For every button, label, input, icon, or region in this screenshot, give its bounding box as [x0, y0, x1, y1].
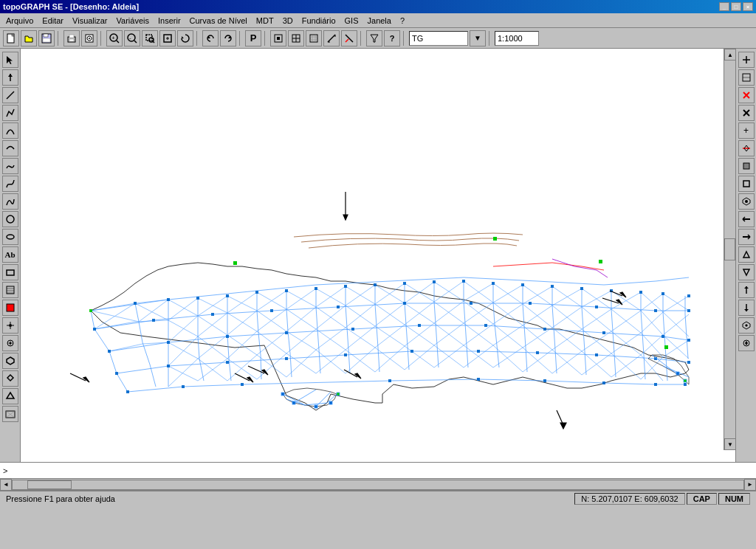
scroll-left-button[interactable]: ◄: [0, 479, 12, 491]
scroll-down-button[interactable]: ▼: [724, 438, 735, 450]
zoom-out-button[interactable]: -: [124, 30, 140, 46]
new-button[interactable]: [3, 30, 19, 46]
polyline-tool[interactable]: [2, 105, 18, 121]
svg-rect-364: [462, 280, 465, 283]
menu-variaveis[interactable]: Variáveis: [112, 15, 154, 27]
rt-tool-4[interactable]: [738, 105, 755, 121]
command-line: >: [0, 462, 756, 478]
text-tool[interactable]: Ab: [2, 246, 18, 263]
block-tool[interactable]: [2, 370, 18, 387]
rt-tool-3[interactable]: [738, 87, 755, 103]
measure-button[interactable]: [323, 30, 340, 46]
redraw-button[interactable]: [177, 30, 193, 46]
status-right: N: 5.207,0107 E: 609,6032 CAP NUM: [568, 493, 756, 505]
menu-visualizar[interactable]: Visualizar: [68, 15, 112, 27]
dimension-tool[interactable]: [2, 388, 18, 404]
snap-grid-button[interactable]: [306, 30, 322, 46]
trim-button[interactable]: [341, 30, 357, 46]
svg-rect-421: [292, 401, 295, 404]
rt-tool-1[interactable]: [738, 52, 755, 68]
zoom-window-button[interactable]: [142, 30, 158, 46]
svg-line-45: [7, 92, 14, 99]
rt-tool-8[interactable]: [738, 176, 755, 192]
status-cap[interactable]: CAP: [687, 493, 717, 505]
menu-inserir[interactable]: Inserir: [154, 15, 185, 27]
menu-janela[interactable]: Janela: [363, 15, 396, 27]
rt-tool-6[interactable]: [738, 140, 755, 156]
arc-tool[interactable]: [2, 122, 18, 139]
minimize-button[interactable]: _: [719, 2, 729, 11]
scroll-right-button[interactable]: ►: [744, 479, 756, 491]
menu-editar[interactable]: Editar: [38, 15, 68, 27]
spline-tool[interactable]: [2, 193, 18, 210]
toolbar-sep-4: [239, 31, 242, 46]
menu-fundiario[interactable]: Fundiário: [298, 15, 340, 27]
svg-point-54: [9, 324, 12, 327]
save-button[interactable]: [38, 30, 55, 46]
snap-ortho-button[interactable]: [288, 30, 304, 46]
text-button[interactable]: P: [245, 30, 261, 46]
rt-tool-12[interactable]: [738, 246, 755, 263]
menu-arquivo[interactable]: Arquivo: [1, 15, 38, 27]
rt-tool-10[interactable]: [738, 211, 755, 227]
menu-curvas[interactable]: Curvas de Nível: [185, 15, 252, 27]
bezier-tool[interactable]: [2, 176, 18, 192]
rt-tool-5[interactable]: +: [738, 122, 755, 139]
undo-button[interactable]: [202, 30, 219, 46]
rt-tool-14[interactable]: [738, 282, 755, 298]
svg-rect-410: [477, 378, 480, 381]
close-button[interactable]: ×: [743, 2, 753, 11]
arc2-tool[interactable]: [2, 140, 18, 156]
rt-tool-16[interactable]: [738, 317, 755, 334]
filter-button[interactable]: [366, 30, 382, 46]
symbol-tool[interactable]: [2, 335, 18, 351]
fill-tool[interactable]: [2, 300, 18, 316]
command-input[interactable]: [7, 466, 753, 475]
print-preview-button[interactable]: [81, 30, 97, 46]
svg-rect-380: [529, 302, 532, 305]
rt-tool-15[interactable]: [738, 300, 755, 316]
svg-rect-371: [662, 292, 664, 295]
curve-tool[interactable]: [2, 158, 18, 174]
point-tool[interactable]: [2, 317, 18, 334]
arrow-tool[interactable]: [2, 69, 18, 86]
rt-tool-9[interactable]: [738, 193, 755, 210]
image-tool[interactable]: [2, 406, 18, 422]
svg-rect-406: [126, 390, 129, 393]
open-button[interactable]: [21, 30, 37, 46]
polygon-tool[interactable]: [2, 353, 18, 369]
select-tool[interactable]: [2, 52, 18, 68]
menu-3d[interactable]: 3D: [278, 15, 298, 27]
zoom-in-button[interactable]: +: [106, 30, 123, 46]
layer-dropdown-button[interactable]: ▼: [470, 30, 486, 46]
rt-tool-11[interactable]: [738, 229, 755, 245]
ellipse-tool[interactable]: [2, 229, 18, 245]
menu-gis[interactable]: GIS: [340, 15, 363, 27]
print-button[interactable]: [63, 30, 80, 46]
horizontal-scrollbar[interactable]: ◄ ►: [0, 478, 756, 490]
restore-button[interactable]: □: [731, 2, 741, 11]
svg-rect-429: [684, 379, 687, 382]
menu-mdt[interactable]: MDT: [252, 15, 278, 27]
scroll-up-button[interactable]: ▲: [724, 49, 735, 61]
rt-tool-13[interactable]: [738, 264, 755, 280]
layer-input[interactable]: [409, 31, 468, 46]
rect-tool[interactable]: [2, 264, 18, 280]
hatch-tool[interactable]: [2, 282, 18, 298]
svg-rect-405: [687, 361, 690, 364]
canvas-area[interactable]: ▲ ▼: [21, 49, 735, 462]
status-num[interactable]: NUM: [718, 493, 750, 505]
title-text: topoGRAPH SE - [Desenho: Aldeia]: [3, 2, 139, 11]
circle-tool[interactable]: [2, 211, 18, 227]
zoom-all-button[interactable]: [159, 30, 176, 46]
menu-help[interactable]: ?: [396, 15, 409, 27]
rt-tool-7[interactable]: [738, 158, 755, 174]
redo-button[interactable]: [220, 30, 236, 46]
vertical-scrollbar[interactable]: ▲ ▼: [724, 49, 735, 450]
line-tool[interactable]: [2, 87, 18, 103]
snap-button[interactable]: [270, 30, 286, 46]
rt-tool-2[interactable]: [738, 69, 755, 86]
help-button[interactable]: ?: [384, 30, 400, 46]
rt-tool-17[interactable]: [738, 335, 755, 351]
scale-input[interactable]: [495, 31, 539, 46]
